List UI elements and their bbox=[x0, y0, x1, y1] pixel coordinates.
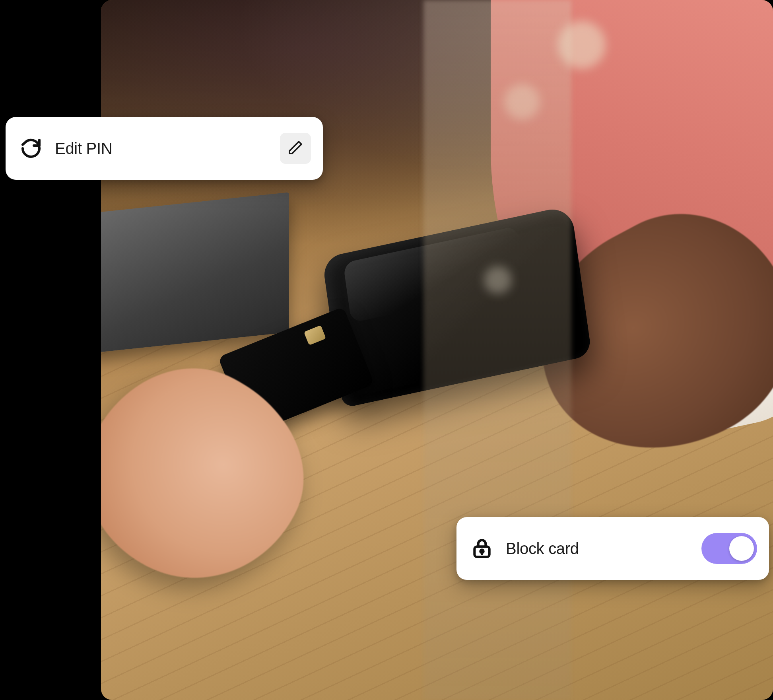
card-chip bbox=[304, 325, 326, 346]
refresh-icon bbox=[19, 136, 43, 160]
metal-tray bbox=[101, 192, 289, 354]
edit-pin-row[interactable]: Edit PIN bbox=[6, 117, 323, 180]
lock-icon bbox=[470, 537, 494, 560]
bokeh-light bbox=[558, 21, 606, 69]
edit-pin-button[interactable] bbox=[280, 133, 311, 164]
edit-pin-label: Edit PIN bbox=[55, 140, 268, 158]
pencil-icon bbox=[287, 140, 303, 157]
glass-reflection bbox=[423, 0, 571, 700]
block-card-row[interactable]: Block card bbox=[456, 517, 769, 580]
bokeh-light bbox=[484, 266, 512, 294]
toggle-knob bbox=[729, 536, 754, 561]
hero-photo: Qonto bbox=[101, 0, 773, 700]
bokeh-light bbox=[504, 84, 540, 120]
block-card-toggle[interactable] bbox=[701, 533, 757, 564]
photo-background: Qonto bbox=[101, 0, 773, 700]
block-card-label: Block card bbox=[506, 540, 689, 558]
